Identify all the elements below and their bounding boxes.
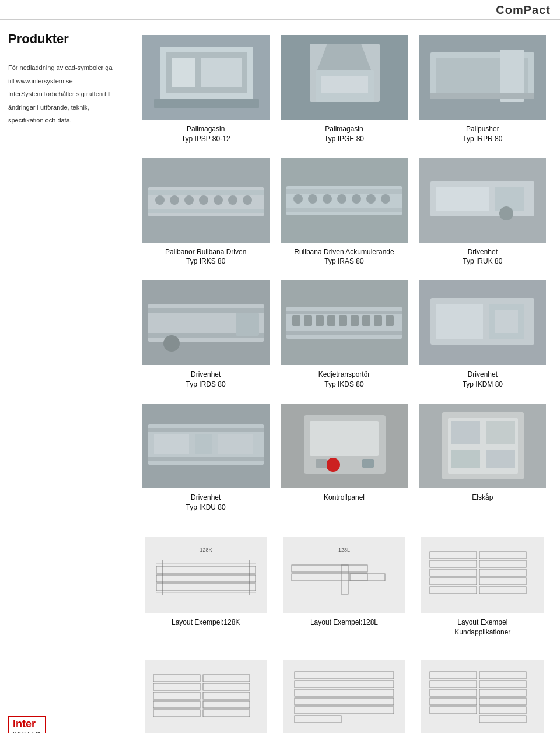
sidebar-desc-2: till www.intersystem.se: [8, 76, 117, 86]
content-area: Pallmagasin Typ IPSP 80-12 Pallmagasin: [128, 20, 560, 733]
layout-section-1: 128K Layout Exempel:128K: [136, 525, 552, 646]
svg-rect-124: [283, 660, 405, 733]
sidebar-desc-5: specifikation och data.: [8, 115, 117, 125]
layout-section-2: Layout Exempel Kundapplikationer 2: [136, 648, 552, 733]
product-grid: Pallmagasin Typ IPSP 80-12 Pallmagasin: [136, 29, 552, 520]
product-image-drivenhet-irds: [142, 280, 270, 365]
product-cell-pallmagasin-ipge: Pallmagasin Typ IPGE 80: [275, 29, 413, 152]
product-label-pallpusher: Pallpusher Typ IRPR 80: [463, 124, 502, 144]
product-cell-rullbana: Rullbana Driven Ackumulerande Typ IRAS 8…: [275, 152, 413, 275]
svg-rect-59: [362, 315, 370, 326]
svg-rect-41: [495, 187, 524, 211]
layout-label-kund-app: Layout Exempel Kundapplikationer: [454, 618, 510, 637]
svg-rect-55: [316, 315, 324, 326]
svg-rect-19: [148, 209, 264, 213]
product-label-drivenhet-ikdm: Drivenhet Typ IKDM 80: [463, 370, 503, 390]
layout-image-kund2: [145, 660, 267, 733]
brand-name: ComPact: [496, 3, 551, 17]
product-label-kontrollpanel: Kontrollpanel: [324, 493, 365, 503]
product-label-drivenhet-irds: Drivenhet Typ IRDS 80: [186, 370, 226, 390]
layout-image-kund3: [283, 660, 405, 733]
svg-point-33: [323, 194, 332, 204]
svg-rect-10: [321, 76, 368, 93]
svg-point-22: [184, 195, 194, 205]
svg-rect-84: [486, 421, 515, 444]
product-cell-drivenhet-iruk: Drivenhet Typ IRUK 80: [414, 152, 552, 275]
product-cell-elskap: Elskåp: [414, 398, 552, 521]
product-image-pallmagasin-ipsp: [142, 35, 270, 120]
logo-intersystem: Inter SYSTEM: [8, 716, 46, 733]
sidebar-bottom: Inter SYSTEM Tel: +46 (0)431 44 91 00 ww…: [8, 704, 117, 733]
sidebar: Produkter För nedladdning av cad-symbole…: [0, 20, 128, 733]
svg-rect-79: [362, 459, 374, 468]
sidebar-top: Produkter För nedladdning av cad-symbole…: [8, 31, 117, 129]
svg-rect-48: [236, 313, 259, 336]
svg-rect-85: [451, 450, 480, 468]
product-cell-drivenhet-irds: Drivenhet Typ IRDS 80: [136, 275, 275, 398]
svg-point-26: [243, 195, 252, 205]
svg-rect-3: [172, 58, 195, 87]
svg-text:128L: 128L: [338, 547, 350, 553]
svg-rect-61: [386, 315, 394, 326]
svg-point-24: [214, 195, 223, 205]
svg-rect-73: [218, 434, 253, 454]
product-image-kedjetransport: [281, 280, 408, 365]
svg-rect-57: [339, 315, 347, 326]
product-cell-drivenhet-ikdm: Drivenhet Typ IKDM 80: [414, 275, 552, 398]
layout-cell-kund3: Layout Exempel Kundapplikationer 3: [275, 654, 413, 733]
page-title: Produkter: [8, 31, 117, 47]
svg-rect-83: [451, 421, 480, 444]
product-label-pallmagasin-ipge: Pallmagasin Typ IPGE 80: [324, 124, 364, 144]
product-label-elskap: Elskåp: [472, 493, 493, 503]
svg-point-42: [499, 206, 513, 220]
product-image-elskap: [419, 404, 546, 488]
layout-cell-kund2: Layout Exempel Kundapplikationer 2: [136, 654, 275, 733]
product-label-kedjetransport: Kedjetransportör Typ IKDS 80: [318, 370, 370, 390]
product-label-pallbanor: Pallbanor Rullbana Driven Typ IRKS 80: [165, 247, 246, 267]
svg-rect-113: [145, 660, 267, 733]
svg-rect-69: [148, 428, 264, 432]
svg-point-47: [163, 335, 180, 352]
svg-rect-56: [327, 315, 335, 326]
svg-point-25: [228, 195, 237, 205]
svg-point-32: [308, 194, 317, 204]
product-cell-drivenhet-ikdu: Drivenhet Typ IKDU 80: [136, 398, 275, 521]
svg-rect-86: [486, 450, 515, 468]
product-cell-pallmagasin-ipsp: Pallmagasin Typ IPSP 80-12: [136, 29, 275, 152]
main-layout: Produkter För nedladdning av cad-symbole…: [0, 20, 560, 733]
sidebar-desc-4: ändringar i utförande, teknik,: [8, 103, 117, 113]
product-image-drivenhet-iruk: [419, 158, 546, 243]
product-image-drivenhet-ikdu: [142, 404, 270, 488]
layout-label-128k: Layout Exempel:128K: [172, 618, 240, 627]
layout-cell-128l: 128L Layout Exempel:128L: [275, 531, 413, 646]
svg-rect-70: [148, 457, 264, 461]
logo-system: SYSTEM: [13, 730, 41, 733]
layout-cell-kund-app: Layout Exempel Kundapplikationer: [414, 531, 552, 646]
svg-point-77: [326, 458, 340, 472]
product-image-kontrollpanel: [281, 404, 408, 488]
svg-rect-4: [201, 58, 242, 87]
svg-point-23: [199, 195, 208, 205]
svg-rect-53: [292, 315, 300, 326]
layout-grid-1: 128K Layout Exempel:128K: [136, 531, 552, 646]
svg-rect-60: [374, 315, 382, 326]
product-cell-pallbanor: Pallbanor Rullbana Driven Typ IRKS 80: [136, 152, 275, 275]
product-label-pallmagasin-ipsp: Pallmagasin Typ IPSP 80-12: [181, 124, 230, 144]
product-cell-kedjetransport: Kedjetransportör Typ IKDS 80: [275, 275, 413, 398]
product-label-rullbana: Rullbana Driven Ackumulerande Typ IRAS 8…: [294, 247, 394, 267]
svg-rect-40: [436, 187, 489, 211]
svg-rect-64: [436, 304, 483, 339]
svg-rect-78: [316, 459, 327, 468]
layout-image-128k: 128K: [145, 537, 267, 613]
svg-point-34: [337, 194, 346, 204]
svg-rect-54: [304, 315, 312, 326]
svg-rect-52: [286, 331, 402, 335]
svg-rect-102: [421, 537, 544, 613]
layout-image-kund1: [421, 537, 544, 613]
product-cell-kontrollpanel: Kontrollpanel: [275, 398, 413, 521]
layout-grid-2: Layout Exempel Kundapplikationer 2: [136, 654, 552, 733]
svg-rect-51: [286, 311, 402, 314]
svg-text:128K: 128K: [200, 547, 212, 553]
product-image-pallbanor: [142, 158, 270, 243]
svg-point-21: [170, 195, 179, 205]
